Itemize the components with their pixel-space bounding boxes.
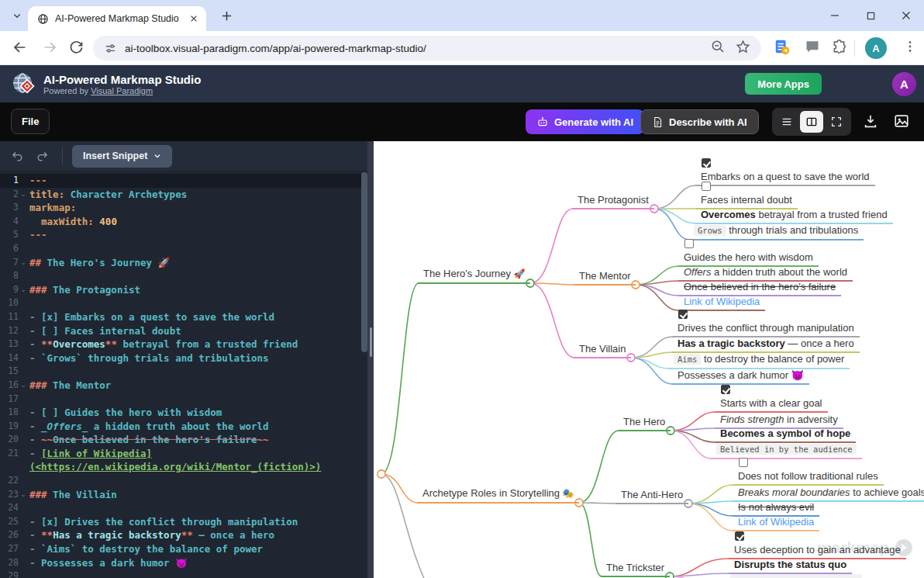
- account-avatar[interactable]: A: [892, 72, 916, 96]
- insert-snippet-button[interactable]: Insert Snippet: [72, 145, 172, 168]
- editor-line[interactable]: 7⌄## The Hero's Journey 🚀: [0, 256, 367, 270]
- mindmap-leaf-node[interactable]: Does not follow traditional rules: [733, 456, 884, 486]
- editor-line[interactable]: 19- _Offers_ a hidden truth about the wo…: [0, 420, 367, 434]
- new-tab-button[interactable]: [219, 8, 234, 23]
- window-maximize-button[interactable]: [853, 0, 888, 31]
- mindmap-panel[interactable]: markmap The Hero's Journey 🚀The Protagon…: [374, 141, 924, 578]
- mindmap-leaf-node[interactable]: Is not always evil: [733, 500, 819, 517]
- editor-line[interactable]: 18- [ ] Guides the hero with wisdom: [0, 406, 367, 420]
- mindmap-leaf-node[interactable]: Guides the hero with wisdom: [678, 237, 819, 267]
- editor-line[interactable]: 15: [0, 365, 367, 379]
- mindmap-branch-node[interactable]: Archetype Roles in Storytelling 🎭: [417, 486, 579, 504]
- mindmap-branch-node[interactable]: The Hero's Journey 🚀: [418, 267, 530, 284]
- mindmap-leaf-node[interactable]: [725, 574, 867, 578]
- back-button[interactable]: [11, 39, 29, 57]
- editor-line[interactable]: 11- [x] Embarks on a quest to save the w…: [0, 310, 367, 324]
- download-button[interactable]: [862, 112, 879, 130]
- export-image-button[interactable]: [893, 112, 910, 130]
- window-minimize-button[interactable]: [817, 0, 853, 31]
- mindmap-leaf-node[interactable]: Breaks moral boundaries to achieve goals: [733, 486, 924, 502]
- checkbox-unchecked-icon[interactable]: [702, 182, 711, 191]
- editor-line[interactable]: 3markmap:: [0, 201, 367, 215]
- editor-line[interactable]: 26- **Has a tragic backstory** — once a …: [0, 528, 367, 542]
- editor-line[interactable]: (<https://en.wikipedia.org/wiki/Mentor_(…: [0, 460, 367, 474]
- editor-line[interactable]: 22: [0, 474, 367, 488]
- editor-line[interactable]: 9⌄### The Protagonist: [0, 283, 367, 297]
- mindmap-leaf-node[interactable]: Possesses a dark humor 😈: [672, 369, 809, 385]
- mindmap-leaf-node[interactable]: Once believed in the hero's failure: [678, 280, 841, 296]
- editor-line[interactable]: 17: [0, 393, 367, 407]
- editor-line[interactable]: 8: [0, 269, 367, 283]
- mindmap-leaf-node[interactable]: Aims to destroy the balance of power: [668, 352, 850, 369]
- checkbox-checked-icon[interactable]: [702, 158, 711, 168]
- visual-paradigm-link[interactable]: Visual Paradigm: [91, 86, 153, 95]
- more-apps-button[interactable]: More Apps: [745, 73, 822, 95]
- checkbox-checked-icon[interactable]: [721, 385, 730, 394]
- mindmap-leaf-node[interactable]: Link of Wikipedia: [733, 515, 819, 531]
- checkbox-checked-icon[interactable]: [735, 531, 744, 541]
- fold-chevron-icon[interactable]: ⌄: [19, 283, 28, 297]
- browser-menu-kebab-icon[interactable]: [902, 39, 918, 54]
- editor-line[interactable]: 20- ~~Once believed in the hero's failur…: [0, 433, 367, 447]
- browser-tab[interactable]: AI-Powered Markmap Studio: [28, 6, 206, 31]
- mindmap-leaf-node[interactable]: Has a tragic backstory — once a hero: [672, 337, 860, 353]
- translate-doc-icon[interactable]: [774, 39, 791, 56]
- editor-line[interactable]: 5---: [0, 228, 367, 242]
- mindmap-leaf-node[interactable]: Drives the conflict through manipulation: [672, 308, 860, 337]
- fold-chevron-icon[interactable]: ⌄: [19, 379, 28, 393]
- comment-icon[interactable]: [805, 39, 820, 54]
- mindmap-branch-node[interactable]: The Hero: [618, 415, 671, 431]
- mindmap-leaf-node[interactable]: Starts with a clear goal: [715, 383, 828, 413]
- tab-search-button[interactable]: [8, 8, 26, 23]
- file-menu-button[interactable]: File: [11, 109, 50, 134]
- editor-scrollbar[interactable]: [361, 172, 367, 578]
- divider-handle[interactable]: [370, 327, 372, 357]
- mindmap-leaf-node[interactable]: Becomes a symbol of hope: [715, 427, 856, 443]
- mindmap-leaf-node[interactable]: Disrupts the status quo: [729, 558, 852, 574]
- mindmap-branch-node[interactable]: The Anti-Hero: [615, 488, 688, 504]
- reload-button[interactable]: [68, 39, 87, 57]
- editor-line[interactable]: 13- **Overcomes** betrayal from a truste…: [0, 337, 367, 351]
- mindmap-branch-node[interactable]: The Protagonist: [572, 193, 654, 209]
- tab-close-icon[interactable]: [188, 12, 200, 25]
- extensions-puzzle-icon[interactable]: [831, 39, 847, 55]
- fold-chevron-icon[interactable]: ⌄: [19, 188, 28, 202]
- forward-button[interactable]: [42, 39, 60, 57]
- checkbox-checked-icon[interactable]: [678, 310, 688, 319]
- mindmap-branch-node[interactable]: The Trickster: [601, 561, 670, 577]
- editor-line[interactable]: 28- Possesses a dark humor 😈: [0, 556, 367, 570]
- editor-line[interactable]: 21- [Link of Wikipedia]: [0, 447, 367, 461]
- fold-chevron-icon[interactable]: ⌄: [19, 256, 28, 270]
- editor-line[interactable]: 27- `Aims` to destroy the balance of pow…: [0, 542, 367, 556]
- browser-profile-avatar[interactable]: A: [865, 37, 887, 59]
- editor-line[interactable]: 25- [x] Drives the conflict through mani…: [0, 515, 367, 529]
- mindmap-leaf-node[interactable]: Overcomes betrayal from a trusted friend: [695, 208, 893, 224]
- editor-line[interactable]: 1---: [0, 174, 367, 188]
- mindmap-branch-node[interactable]: The Mentor: [574, 269, 636, 286]
- mindmap-leaf-node[interactable]: Uses deception to gain an advantage: [729, 530, 906, 559]
- editor-line[interactable]: 6: [0, 242, 367, 256]
- editor-line[interactable]: 2⌄title: Character Archetypes: [0, 188, 367, 202]
- editor-line[interactable]: 14- `Grows` through trials and tribulati…: [0, 351, 367, 365]
- fullscreen-view-button[interactable]: [825, 111, 848, 133]
- zoom-out-icon[interactable]: [710, 39, 726, 55]
- redo-button[interactable]: [31, 146, 53, 166]
- undo-button[interactable]: [6, 146, 28, 166]
- checkbox-unchecked-icon[interactable]: [684, 239, 694, 248]
- editor-body[interactable]: 1---2⌄title: Character Archetypes3markma…: [0, 171, 367, 578]
- editor-line[interactable]: 29: [0, 569, 367, 578]
- site-info-icon[interactable]: [104, 42, 117, 55]
- checkbox-unchecked-icon[interactable]: [739, 458, 748, 467]
- describe-with-ai-button[interactable]: Describe with AI: [640, 109, 759, 134]
- editor-view-button[interactable]: [775, 111, 798, 133]
- pane-divider[interactable]: [367, 141, 374, 578]
- scrollbar-thumb[interactable]: [361, 172, 367, 352]
- editor-line[interactable]: 10: [0, 296, 367, 310]
- editor-line[interactable]: 16⌄### The Mentor: [0, 379, 367, 393]
- editor-line[interactable]: 4 maxWidth: 400: [0, 215, 367, 229]
- split-view-button[interactable]: [800, 111, 823, 133]
- window-close-button[interactable]: [888, 0, 924, 31]
- editor-line[interactable]: 24: [0, 501, 367, 515]
- fold-chevron-icon[interactable]: ⌄: [19, 488, 28, 502]
- mindmap-leaf-node[interactable]: Offers a hidden truth about the world: [678, 265, 853, 282]
